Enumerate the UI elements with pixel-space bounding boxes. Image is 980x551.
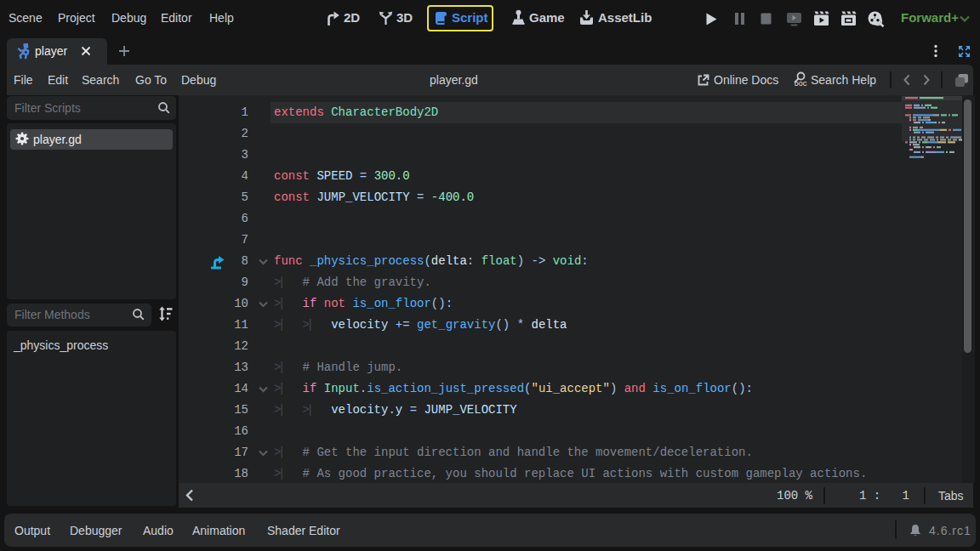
svg-text:DOC: DOC — [795, 81, 807, 87]
